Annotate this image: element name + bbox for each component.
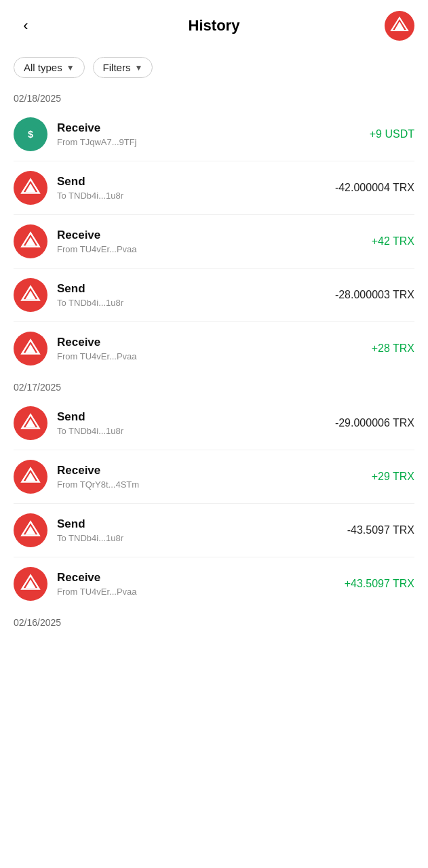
transaction-amount: +29 TRX (372, 471, 414, 483)
transaction-amount: -29.000006 TRX (335, 417, 414, 429)
transaction-item[interactable]: Send To TNDb4i...1u8r -29.000006 TRX (0, 397, 428, 450)
transaction-address: To TNDb4i...1u8r (57, 533, 338, 543)
transaction-amount: +42 TRX (372, 235, 414, 248)
transaction-type: Receive (57, 121, 360, 135)
transaction-address: From TU4vEr...Pvaa (57, 244, 362, 254)
svg-text:$: $ (28, 129, 33, 140)
transaction-type: Send (57, 410, 326, 424)
transaction-type: Send (57, 517, 338, 531)
transaction-amount: +43.5097 TRX (345, 578, 414, 590)
transaction-icon: $ (14, 117, 47, 151)
transaction-icon (14, 460, 47, 494)
transaction-details: Receive From TU4vEr...Pvaa (57, 229, 362, 254)
transaction-amount: -28.000003 TRX (335, 289, 414, 301)
transaction-item[interactable]: Send To TNDb4i...1u8r -42.000004 TRX (0, 161, 428, 214)
transaction-item[interactable]: Send To TNDb4i...1u8r -28.000003 TRX (0, 269, 428, 321)
transaction-type: Send (57, 175, 326, 189)
type-filter-button[interactable]: All types ▼ (14, 57, 85, 78)
transaction-item[interactable]: Receive From TQrY8t...4STm +29 TRX (0, 450, 428, 503)
tron-logo-button[interactable] (385, 11, 414, 41)
transaction-address: To TNDb4i...1u8r (57, 298, 326, 308)
date-separator: 02/16/2025 (0, 610, 428, 632)
transaction-details: Receive From TU4vEr...Pvaa (57, 336, 362, 361)
transaction-type: Receive (57, 336, 362, 349)
transaction-item[interactable]: Receive From TU4vEr...Pvaa +42 TRX (0, 215, 428, 268)
transaction-item[interactable]: Send To TNDb4i...1u8r -43.5097 TRX (0, 504, 428, 557)
date-separator: 02/18/2025 (0, 86, 428, 108)
transaction-address: To TNDb4i...1u8r (57, 426, 326, 436)
transaction-address: From TU4vEr...Pvaa (57, 587, 335, 597)
page-title: History (189, 17, 240, 35)
transaction-item[interactable]: Receive From TU4vEr...Pvaa +43.5097 TRX (0, 557, 428, 610)
filters-label: Filters (103, 62, 131, 73)
transaction-amount: -42.000004 TRX (335, 182, 414, 194)
transaction-details: Send To TNDb4i...1u8r (57, 517, 338, 543)
transaction-address: From TU4vEr...Pvaa (57, 351, 362, 361)
transaction-details: Send To TNDb4i...1u8r (57, 282, 326, 308)
transaction-amount: +28 TRX (372, 342, 414, 355)
tron-logo-icon (390, 16, 409, 35)
transaction-details: Receive From TU4vEr...Pvaa (57, 571, 335, 597)
transaction-type: Receive (57, 464, 362, 477)
filters-bar: All types ▼ Filters ▼ (0, 52, 428, 86)
date-separator: 02/17/2025 (0, 375, 428, 397)
transaction-icon (14, 513, 47, 547)
transaction-type: Receive (57, 229, 362, 242)
transaction-list: 02/18/2025 $ Receive From TJqwA7...9TFj … (0, 86, 428, 632)
filters-chevron-icon: ▼ (134, 63, 142, 73)
transaction-icon (14, 278, 47, 312)
transaction-address: From TQrY8t...4STm (57, 479, 362, 490)
back-icon: ‹ (23, 17, 28, 35)
transaction-type: Receive (57, 571, 335, 585)
transaction-amount: +9 USDT (370, 128, 414, 140)
type-filter-label: All types (24, 62, 62, 73)
transaction-amount: -43.5097 TRX (347, 524, 414, 536)
transaction-icon (14, 567, 47, 601)
transaction-item[interactable]: $ Receive From TJqwA7...9TFj +9 USDT (0, 108, 428, 161)
transaction-address: From TJqwA7...9TFj (57, 137, 360, 147)
transaction-details: Send To TNDb4i...1u8r (57, 175, 326, 201)
transaction-type: Send (57, 282, 326, 296)
filters-button[interactable]: Filters ▼ (93, 57, 153, 78)
transaction-address: To TNDb4i...1u8r (57, 191, 326, 201)
transaction-details: Receive From TQrY8t...4STm (57, 464, 362, 490)
transaction-details: Send To TNDb4i...1u8r (57, 410, 326, 436)
transaction-item[interactable]: Receive From TU4vEr...Pvaa +28 TRX (0, 322, 428, 375)
back-button[interactable]: ‹ (14, 14, 38, 38)
header: ‹ History (0, 0, 428, 52)
transaction-icon (14, 406, 47, 440)
transaction-icon (14, 224, 47, 258)
transaction-icon (14, 171, 47, 205)
transaction-icon (14, 332, 47, 366)
transaction-details: Receive From TJqwA7...9TFj (57, 121, 360, 147)
type-filter-chevron-icon: ▼ (66, 63, 75, 73)
